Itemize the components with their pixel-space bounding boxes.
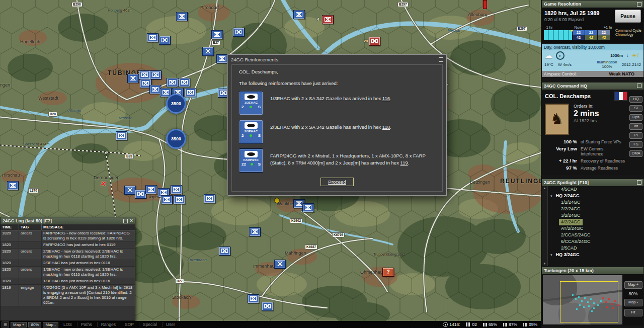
- unit-counter[interactable]: [202, 47, 214, 56]
- unit-counter[interactable]: [159, 36, 171, 45]
- minimap-map-plus[interactable]: Map +: [624, 281, 642, 289]
- log-body[interactable]: 1820ordersFARP/24CG - new orders receive…: [1, 230, 135, 319]
- spotlight-item[interactable]: ▾HQ 2/24GC: [548, 193, 643, 199]
- statusbar-80%[interactable]: 80%: [28, 322, 41, 327]
- statusbar-left: Map +80%Map -LOSPathsRangesSOPSpecialUse…: [11, 322, 179, 327]
- spotlight-item[interactable]: 2/CCAS/24GC: [548, 232, 643, 238]
- minimap-friendly-dot: [584, 297, 586, 299]
- minimap-fit[interactable]: Fit: [624, 309, 642, 316]
- reinforcement-text: FARP/24CG with 2 x Mistral, 1 x Headquar…: [270, 148, 435, 167]
- unit-counter[interactable]: [161, 195, 173, 204]
- unit-counter[interactable]: [167, 78, 178, 87]
- proceed-button[interactable]: Proceed: [320, 178, 353, 186]
- unit-counter[interactable]: [302, 203, 314, 212]
- hq-tab-hq[interactable]: HQ: [629, 96, 642, 103]
- unit-counter[interactable]: [179, 78, 190, 87]
- unit-counter[interactable]: [139, 70, 150, 79]
- unit-counter[interactable]: [150, 70, 162, 79]
- statusbar-map--[interactable]: Map -: [43, 322, 58, 327]
- popout-icon[interactable]: [439, 57, 443, 62]
- hex-link[interactable]: 118: [382, 124, 390, 130]
- minimap-enemy-dot: [612, 307, 614, 309]
- settings-icon[interactable]: [637, 2, 641, 7]
- statusbar-tool-user[interactable]: User: [162, 322, 179, 327]
- minimap-map--[interactable]: Map -: [624, 299, 642, 306]
- unit-counter[interactable]: [185, 88, 196, 97]
- map-layers-icon[interactable]: ▦: [2, 321, 9, 327]
- unit-counter[interactable]: [174, 195, 185, 204]
- hq-tab-si[interactable]: SI: [629, 105, 642, 112]
- unit-counter[interactable]: [7, 181, 19, 190]
- spotlight-item[interactable]: 1/2/24GC: [548, 199, 643, 206]
- unit-counter[interactable]: [293, 10, 305, 19]
- unit-counter[interactable]: [322, 15, 334, 24]
- unit-counter[interactable]: [204, 194, 215, 203]
- minimap-friendly-dot: [590, 298, 592, 300]
- hq-tab-fs[interactable]: FS: [629, 141, 642, 148]
- settings-icon[interactable]: [637, 180, 641, 185]
- bridge-capacity-marker[interactable]: 3500: [166, 94, 186, 114]
- unit-counter[interactable]: [216, 54, 228, 63]
- spotlight-item[interactable]: 4/2/24GC: [548, 219, 643, 225]
- minimap-viewport-rect[interactable]: [560, 281, 618, 322]
- hex-link[interactable]: 116: [382, 96, 390, 101]
- weather-summary: Day, overcast, visibility 10,000m: [542, 44, 643, 50]
- statusbar-tool-special[interactable]: Special: [139, 322, 160, 327]
- pause-button[interactable]: Pause: [615, 10, 641, 23]
- minimap[interactable]: [543, 275, 622, 324]
- spotlight-scrollbar[interactable]: ▲▼: [542, 186, 548, 266]
- unit-counter[interactable]: [262, 302, 273, 311]
- bridge-capacity-marker[interactable]: 3500: [166, 129, 186, 149]
- unit-counter[interactable]: [124, 186, 136, 195]
- log-row: 18201/3EHAC has just arrived in hex 0116: [1, 278, 135, 285]
- hq-tab-ops[interactable]: Ops: [629, 114, 642, 121]
- minimap-enemy-dot: [606, 306, 608, 308]
- statusbar-tool-paths[interactable]: Paths: [77, 322, 96, 327]
- timeline-minus-label: -1 hr: [545, 25, 552, 30]
- close-icon[interactable]: ×: [130, 218, 133, 223]
- hq-tab-pl[interactable]: Pl: [629, 132, 642, 139]
- spotlight-list[interactable]: ▲▼ 4/5CAD▾HQ 2/24GC1/2/24GC2/2/24GC3/2/2…: [542, 186, 643, 266]
- panel-weather: Day, overcast, visibility 10,000m ☁ ▸ 10…: [542, 44, 643, 77]
- unit-counter[interactable]: [369, 37, 380, 46]
- unit-counter[interactable]: [249, 227, 261, 236]
- resolution-body: 1820 hrs, Jul 25 1989 0:20 of 6:00 Elaps…: [542, 8, 643, 25]
- unit-counter[interactable]: [171, 185, 182, 194]
- statusbar-tool-sop[interactable]: SOP: [121, 322, 137, 327]
- unit-counter[interactable]: [135, 190, 146, 199]
- unit-counter[interactable]: [233, 28, 245, 37]
- spotlight-item[interactable]: 6/CCAS/24GC: [548, 238, 643, 245]
- popout-icon[interactable]: [123, 219, 128, 223]
- spotlight-item[interactable]: 4/5CAD: [548, 186, 643, 193]
- spotlight-item[interactable]: AT/2/24GC: [548, 225, 643, 232]
- unit-counter[interactable]: ?: [382, 268, 394, 277]
- log-panel-header[interactable]: 24GC Log (last 50) [F7] ×: [1, 217, 135, 224]
- minimap-friendly-dot: [578, 296, 580, 298]
- unit-counter[interactable]: [116, 131, 127, 140]
- unit-counter[interactable]: [145, 185, 157, 194]
- hq-tab-int[interactable]: Int: [629, 123, 642, 130]
- minimap-header: Tuebingen (20 x 15 km): [542, 267, 643, 274]
- spotlight-item[interactable]: ▾HQ 3/24GC: [548, 252, 643, 258]
- spotlight-item[interactable]: 2/2/24GC: [548, 206, 643, 212]
- spotlight-item[interactable]: 2/5CAD: [548, 245, 643, 252]
- hex-link[interactable]: 119: [400, 160, 408, 166]
- hq-tab-oma[interactable]: OMA: [629, 150, 642, 157]
- unit-counter[interactable]: [219, 247, 230, 256]
- unit-counter[interactable]: [274, 260, 286, 269]
- france-flag-icon: [614, 92, 627, 101]
- unit-counter[interactable]: [147, 33, 158, 42]
- unit-counter[interactable]: [149, 85, 161, 94]
- unit-counter[interactable]: [127, 74, 139, 83]
- spotlight-item[interactable]: 3/2/24GC: [548, 212, 643, 219]
- down-arrow-icon: ↓: [626, 53, 628, 58]
- minimap-friendly-dot: [593, 302, 595, 304]
- unit-counter[interactable]: [248, 294, 259, 303]
- airspace-value: Weak NATO: [609, 71, 634, 76]
- statusbar-tool-los[interactable]: LOS: [60, 322, 75, 327]
- statusbar-map-+[interactable]: Map +: [11, 322, 27, 327]
- unit-counter[interactable]: [176, 12, 188, 21]
- settings-icon[interactable]: [637, 84, 641, 88]
- unit-counter[interactable]: [211, 30, 223, 39]
- statusbar-tool-ranges[interactable]: Ranges: [97, 322, 119, 327]
